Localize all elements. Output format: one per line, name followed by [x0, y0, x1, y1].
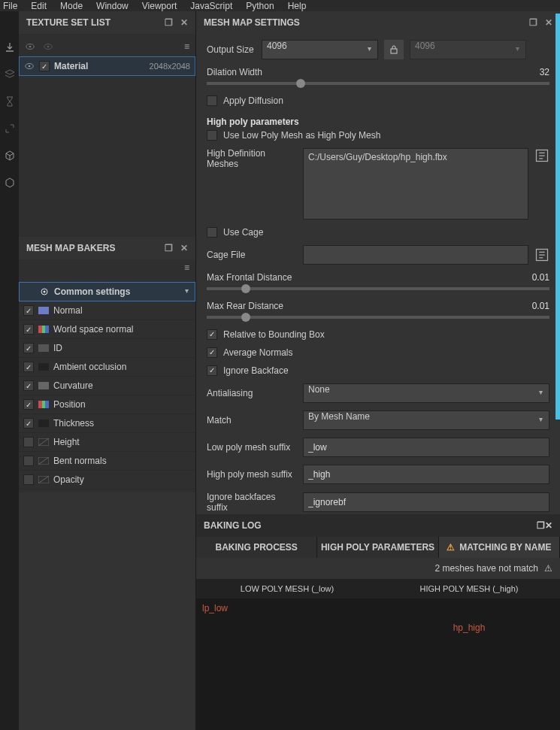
svg-point-3 — [47, 46, 50, 48]
layers-icon[interactable] — [4, 68, 16, 80]
output-size-select[interactable]: 4096 — [262, 40, 378, 59]
menu-viewport[interactable]: Viewport — [142, 1, 177, 11]
mesh-map-settings-header: MESH MAP SETTINGS ❐ ✕ — [196, 11, 560, 34]
close-icon[interactable]: ✕ — [545, 17, 552, 28]
menu-javascript[interactable]: JavaScript — [190, 1, 232, 11]
baker-checkbox[interactable] — [23, 418, 34, 429]
undock-icon[interactable]: ❐ — [529, 17, 537, 28]
ignore-backface-checkbox[interactable] — [207, 365, 217, 376]
use-low-as-high-checkbox[interactable] — [207, 130, 217, 141]
baker-label: Bent normals — [53, 456, 191, 466]
baker-row-position[interactable]: Position — [19, 395, 195, 414]
menu-edit[interactable]: Edit — [31, 1, 47, 11]
svg-rect-8 — [38, 307, 49, 314]
menu-icon[interactable]: ≡ — [184, 41, 189, 52]
close-icon[interactable]: ✕ — [180, 243, 188, 253]
texture-set-row[interactable]: Material 2048x2048 — [19, 56, 195, 76]
apply-diffusion-checkbox[interactable] — [207, 95, 217, 106]
object-icon[interactable] — [4, 177, 16, 189]
gear-icon — [39, 286, 50, 297]
max-rear-label: Max Rear Distance — [207, 301, 297, 311]
svg-rect-15 — [38, 401, 42, 408]
baker-row-bent-normals[interactable]: Bent normals — [19, 452, 195, 471]
baker-checkbox[interactable] — [23, 362, 34, 372]
low-suffix-label: Low poly mesh suffix — [207, 442, 297, 453]
undock-icon[interactable]: ❐ — [165, 243, 173, 253]
menu-mode[interactable]: Mode — [60, 1, 83, 11]
visibility-icon[interactable] — [24, 61, 35, 71]
baking-log-header: BAKING LOG ❐✕ — [196, 514, 560, 537]
close-icon[interactable]: ✕ — [545, 520, 552, 531]
baker-row-normal[interactable]: Normal — [19, 301, 195, 320]
baker-common-settings[interactable]: Common settings — [19, 282, 195, 301]
log-tab-0[interactable]: BAKING PROCESS — [196, 537, 317, 558]
baker-row-curvature[interactable]: Curvature — [19, 377, 195, 395]
dilation-slider[interactable] — [207, 82, 549, 85]
menu-help[interactable]: Help — [288, 1, 307, 11]
aa-select[interactable]: None — [303, 383, 549, 403]
baker-row-height[interactable]: Height — [19, 433, 195, 452]
undock-icon[interactable]: ❐ — [165, 17, 173, 28]
baker-row-thickness[interactable]: Thickness — [19, 414, 195, 433]
undock-icon[interactable]: ❐ — [537, 520, 545, 531]
baker-row-world-space-normal[interactable]: World space normal — [19, 320, 195, 339]
cube-icon[interactable] — [4, 150, 16, 162]
ignore-suffix-input[interactable] — [303, 492, 549, 512]
baker-label: Thickness — [53, 418, 191, 429]
match-select[interactable]: By Mesh Name — [303, 410, 549, 430]
menu-python[interactable]: Python — [246, 1, 274, 11]
baker-checkbox[interactable] — [23, 305, 34, 316]
low-suffix-input[interactable] — [303, 438, 549, 457]
panel-title: TEXTURE SET LIST — [26, 17, 110, 28]
svg-rect-12 — [38, 344, 49, 352]
high-suffix-input[interactable] — [303, 465, 549, 484]
timer-icon[interactable] — [4, 95, 16, 108]
svg-rect-10 — [42, 326, 45, 333]
hd-meshes-field[interactable]: C:/Users/Guy/Desktop/hp_high.fbx — [303, 148, 528, 220]
max-frontal-slider[interactable] — [207, 287, 549, 290]
baker-checkbox[interactable] — [23, 437, 34, 447]
menu-window[interactable]: Window — [96, 1, 129, 11]
log-tab-1[interactable]: HIGH POLY PARAMETERS — [317, 537, 438, 558]
baker-label: Height — [53, 437, 191, 447]
relative-bb-checkbox[interactable] — [207, 329, 217, 340]
warning-icon: ⚠ — [446, 542, 455, 553]
warning-icon: ⚠ — [544, 563, 552, 574]
texture-set-list-header: TEXTURE SET LIST ❐ ✕ — [19, 11, 195, 34]
baker-row-opacity[interactable]: Opacity — [19, 471, 195, 489]
file-browse-icon[interactable] — [534, 148, 549, 163]
export-icon[interactable] — [4, 41, 16, 53]
visibility-all-icon[interactable] — [25, 41, 35, 52]
baker-checkbox[interactable] — [23, 456, 34, 466]
expand-icon[interactable] — [4, 123, 16, 135]
baker-checkbox[interactable] — [23, 380, 34, 391]
cage-file-field[interactable] — [303, 245, 528, 265]
apply-diffusion-label: Apply Diffusion — [223, 95, 283, 106]
baker-label: Ambient occlusion — [53, 362, 191, 372]
use-cage-checkbox[interactable] — [207, 227, 217, 238]
svg-rect-17 — [45, 401, 49, 408]
baker-label: Common settings — [54, 286, 190, 297]
avg-normals-checkbox[interactable] — [207, 347, 217, 358]
menu-icon[interactable]: ≡ — [184, 262, 189, 282]
baker-row-id[interactable]: ID — [19, 339, 195, 358]
main-menu[interactable]: FileEditModeWindowViewportJavaScriptPyth… — [0, 0, 560, 11]
menu-file[interactable]: File — [3, 1, 17, 11]
svg-line-24 — [38, 476, 49, 483]
baker-row-ambient-occlusion[interactable]: Ambient occlusion — [19, 358, 195, 377]
lock-button[interactable] — [384, 40, 404, 59]
baker-checkbox[interactable] — [23, 399, 34, 410]
log-tab-2[interactable]: ⚠MATCHING BY NAME — [439, 537, 560, 558]
close-icon[interactable]: ✕ — [180, 17, 188, 28]
baker-checkbox[interactable] — [23, 474, 34, 485]
high-poly-section-title: High poly parameters — [207, 117, 549, 127]
high-suffix-label: High poly mesh suffix — [207, 469, 297, 480]
max-rear-slider[interactable] — [207, 316, 549, 319]
baker-checkbox[interactable] — [23, 324, 34, 335]
visibility-icon[interactable] — [43, 41, 53, 52]
texture-set-checkbox[interactable] — [39, 61, 50, 71]
file-browse-icon[interactable] — [534, 247, 549, 262]
left-icon-bar — [0, 11, 19, 730]
max-frontal-label: Max Frontal Distance — [207, 272, 297, 283]
baker-checkbox[interactable] — [23, 343, 34, 353]
